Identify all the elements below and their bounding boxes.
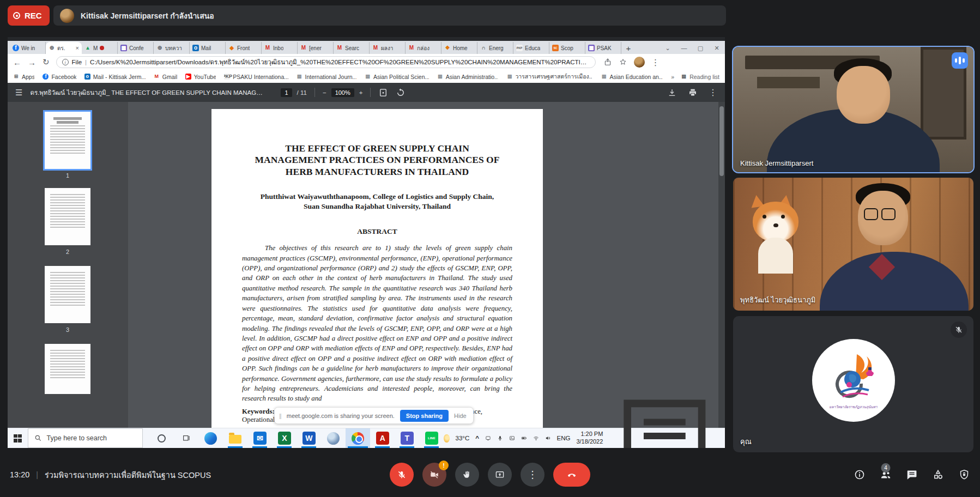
page-thumbnail[interactable] (45, 188, 90, 245)
bookmark-item[interactable]: ⊞Apps (13, 74, 34, 80)
reading-list-button[interactable]: ▤ Reading list (681, 74, 719, 80)
browser-tab[interactable]: ⊕บทควา (154, 42, 190, 54)
tablet-mode-icon[interactable] (485, 434, 491, 443)
browser-tab[interactable]: MSearc (334, 42, 370, 54)
taskbar-app-acrobat[interactable]: A (370, 428, 395, 448)
minimize-button[interactable]: — (676, 45, 692, 51)
pdf-more-icon[interactable]: ⋮ (709, 87, 717, 98)
browser-tab[interactable]: ❖Home (441, 42, 477, 54)
profile-avatar[interactable] (634, 57, 645, 68)
new-tab-button[interactable]: + (621, 42, 636, 54)
cortana-button[interactable] (149, 428, 174, 448)
temperature[interactable]: 33°C (456, 435, 470, 441)
zoom-level[interactable]: 100% (331, 88, 354, 97)
maximize-button[interactable]: ▢ (692, 45, 709, 52)
stop-sharing-button[interactable]: Stop sharing (400, 410, 449, 422)
browser-tab[interactable]: ∩Energ (477, 42, 513, 54)
tray-microphone-icon[interactable] (497, 434, 503, 443)
chat-button[interactable] (906, 469, 918, 481)
meeting-details-button[interactable] (854, 469, 866, 481)
clock[interactable]: 1:20 PM 3/18/2022 (576, 431, 603, 446)
browser-tab[interactable]: PKPEduca (513, 42, 549, 54)
bookmark-item[interactable]: ▶YouTube (185, 74, 216, 80)
bookmarks-overflow-icon[interactable]: » (671, 74, 674, 80)
video-tile-kittisak[interactable]: Kittisak Jermsittiparsert (733, 47, 973, 172)
participants-button[interactable]: 4 (880, 469, 892, 481)
page-thumbnail[interactable] (45, 112, 90, 169)
page-number-input[interactable]: 1 (281, 88, 292, 97)
video-tile-you[interactable]: มหาวิทยาลัยราชภัฏสวนสุนันทา คุณ (733, 316, 973, 452)
bookmark-item[interactable]: ▤Asian Administratio... (437, 74, 499, 80)
back-button[interactable]: ← (13, 58, 21, 67)
page-info-icon[interactable]: i (62, 59, 69, 65)
weather-sun-icon[interactable] (444, 434, 449, 443)
bookmark-item[interactable]: fFacebook (43, 74, 76, 80)
zoom-out-button[interactable]: − (323, 89, 326, 96)
browser-tab[interactable]: Mผลงา (370, 42, 406, 54)
activities-button[interactable] (932, 469, 944, 481)
taskbar-app-line[interactable]: LINE (419, 428, 444, 448)
tab-close-icon[interactable]: × (76, 45, 79, 51)
pdf-scrollbar[interactable] (718, 102, 725, 428)
start-button[interactable] (8, 428, 28, 448)
taskbar-app-edge[interactable] (198, 428, 223, 448)
host-controls-button[interactable] (958, 469, 970, 481)
battery-icon[interactable] (521, 434, 527, 443)
forward-button[interactable]: → (28, 58, 36, 67)
page-thumbnail[interactable] (45, 266, 90, 323)
hidden-icons-caret[interactable]: ^ (475, 435, 479, 441)
share-page-icon[interactable] (603, 58, 612, 66)
photos-icon[interactable] (509, 434, 515, 443)
scrollbar-thumb[interactable] (719, 106, 724, 176)
microphone-button[interactable] (390, 463, 414, 487)
keyboard-language[interactable]: ENG (557, 435, 571, 441)
video-tile-phutthiwat[interactable]: พุทธิวัฒน์ ไวยวุฒิธนาภูมิ (733, 178, 973, 311)
browser-tab[interactable]: ▦PSAK (585, 42, 621, 54)
taskbar-app-word[interactable]: W (297, 428, 321, 448)
browser-tab[interactable]: MInbo (262, 42, 298, 54)
taskbar-app-chrome[interactable] (346, 428, 370, 448)
browser-tab[interactable]: ▲M (82, 42, 118, 54)
bookmark-item[interactable]: ▤วารสารเศรษฐศาสตร์การเมือง... (506, 72, 592, 81)
pdf-menu-icon[interactable]: ☰ (15, 88, 22, 98)
bookmark-item[interactable]: MGmail (154, 74, 177, 80)
toast-drag-handle[interactable]: || (279, 413, 281, 419)
zoom-in-button[interactable]: + (359, 89, 363, 96)
task-view-button[interactable] (174, 428, 198, 448)
bookmark-item[interactable]: ▤Asian Political Scien... (365, 74, 429, 80)
camera-button[interactable]: ! (422, 463, 446, 487)
page-thumbnail[interactable] (45, 344, 90, 394)
browser-tab[interactable]: oMail (190, 42, 226, 54)
taskbar-app-teams[interactable]: T (395, 428, 419, 448)
bookmark-item[interactable]: PKPPSAKU Internationa... (224, 74, 288, 80)
bookmark-star-icon[interactable] (619, 58, 627, 66)
browser-tab[interactable]: M[ener (298, 42, 334, 54)
chevron-down-icon[interactable]: ⌄ (660, 45, 676, 52)
browser-tab[interactable]: ◆Front (226, 42, 262, 54)
bookmark-item[interactable]: ▤Asian Education an... (601, 74, 663, 80)
taskbar-search-box[interactable]: Type here to search (28, 428, 143, 448)
rotate-icon[interactable] (396, 88, 406, 98)
raise-hand-button[interactable] (455, 463, 479, 487)
taskbar-app-mail[interactable]: ✉ (247, 428, 272, 448)
browser-tab[interactable]: ▦Confe (118, 42, 154, 54)
leave-call-button[interactable] (553, 463, 590, 487)
print-icon[interactable] (688, 88, 698, 98)
browser-tab[interactable]: Mกล่อง (406, 42, 441, 54)
volume-icon[interactable] (545, 434, 551, 443)
bookmark-item[interactable]: ▤International Journ... (297, 74, 356, 80)
taskbar-app-internet-globe[interactable] (321, 428, 346, 448)
more-options-button[interactable]: ⋮ (521, 463, 545, 487)
present-screen-button[interactable] (488, 463, 512, 487)
taskbar-app-excel[interactable]: X (272, 428, 297, 448)
close-window-button[interactable]: ✕ (709, 45, 725, 52)
bookmark-item[interactable]: oMail - Kittisak Jerm... (84, 74, 146, 80)
action-center-button[interactable]: 2 (609, 383, 721, 448)
browser-tab[interactable]: ⊕ตร.× (46, 42, 82, 54)
fit-page-icon[interactable] (378, 88, 388, 98)
browser-tab[interactable]: SCScop (549, 42, 585, 54)
reload-button[interactable]: ↻ (43, 57, 50, 67)
download-icon[interactable] (667, 88, 677, 98)
browser-tab[interactable]: fWe in (10, 42, 46, 54)
wifi-icon[interactable] (533, 434, 539, 443)
